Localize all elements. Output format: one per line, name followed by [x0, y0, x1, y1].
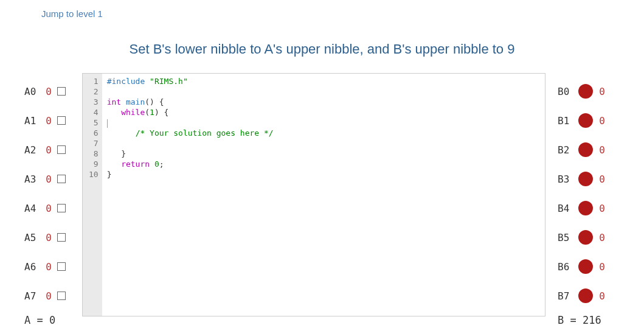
input-value: 0	[43, 144, 55, 156]
code-token: /* Your solution goes here */	[136, 128, 274, 138]
output-label: B4	[558, 203, 575, 214]
output-value: 0	[597, 144, 608, 156]
code-editor[interactable]: 1 2 3 4 5 6 7 8 9 10 #include "RIMS.h" i…	[82, 73, 545, 316]
input-value: 0	[43, 232, 55, 243]
line-number: 2	[89, 86, 99, 97]
input-label: A1	[24, 115, 43, 127]
output-label: B3	[558, 173, 575, 185]
output-row-b3: B3 0	[558, 164, 620, 194]
led-icon	[578, 201, 593, 215]
input-checkbox-a6[interactable]	[57, 262, 66, 271]
jump-label: Jump to level 1	[41, 9, 103, 19]
output-label: B6	[558, 261, 575, 273]
output-value: 0	[597, 115, 608, 127]
output-label: B0	[558, 86, 575, 97]
jump-to-level-link[interactable]: Jump to level 1	[41, 9, 103, 19]
output-row-b6: B6 0	[558, 252, 620, 281]
input-value: 0	[43, 261, 55, 273]
inputs-total: A = 0	[24, 314, 82, 325]
outputs-total: B = 216	[558, 314, 620, 325]
output-value: 0	[597, 86, 608, 97]
input-row-a5: A5 0	[24, 223, 82, 252]
line-number: 4	[89, 107, 99, 117]
output-label: B5	[558, 232, 575, 243]
cursor	[107, 119, 108, 128]
line-number: 1	[89, 76, 99, 86]
output-value: 0	[597, 290, 608, 302]
output-row-b1: B1 0	[558, 106, 620, 135]
code-token: 0	[154, 159, 159, 169]
input-label: A0	[24, 86, 43, 97]
inputs-column: A0 0 A1 0 A2 0 A3 0 A4 0 A5 0	[24, 73, 82, 325]
code-token: main	[126, 97, 145, 107]
input-value: 0	[43, 203, 55, 214]
input-row-a3: A3 0	[24, 164, 82, 194]
led-icon	[578, 230, 593, 245]
input-label: A5	[24, 232, 43, 243]
output-row-b0: B0 0	[558, 77, 620, 106]
line-number: 10	[89, 169, 99, 180]
code-token: return	[121, 159, 150, 169]
line-number: 8	[89, 149, 99, 159]
code-token: #include	[107, 77, 145, 86]
input-value: 0	[43, 86, 55, 97]
output-row-b5: B5 0	[558, 223, 620, 252]
input-row-a6: A6 0	[24, 252, 82, 281]
input-checkbox-a5[interactable]	[57, 233, 66, 242]
led-icon	[578, 288, 593, 303]
output-value: 0	[597, 261, 608, 273]
led-icon	[578, 84, 593, 99]
input-label: A2	[24, 144, 43, 156]
line-number: 7	[89, 138, 99, 149]
input-label: A3	[24, 173, 43, 185]
instruction-text: Set B's lower nibble to A's upper nibble…	[0, 41, 644, 57]
code-token: "RIMS.h"	[150, 77, 188, 86]
output-row-b7: B7 0	[558, 281, 620, 310]
line-number: 5	[89, 117, 99, 128]
code-body[interactable]: #include "RIMS.h" int main() { while(1) …	[102, 74, 545, 316]
output-label: B7	[558, 290, 575, 302]
led-icon	[578, 259, 593, 274]
input-row-a0: A0 0	[24, 77, 82, 106]
input-row-a2: A2 0	[24, 135, 82, 164]
input-checkbox-a3[interactable]	[57, 175, 66, 183]
output-row-b2: B2 0	[558, 135, 620, 164]
output-row-b4: B4 0	[558, 194, 620, 223]
line-number: 9	[89, 159, 99, 169]
output-value: 0	[597, 203, 608, 214]
input-label: A6	[24, 261, 43, 273]
input-value: 0	[43, 115, 55, 127]
input-checkbox-a7[interactable]	[57, 292, 66, 300]
input-checkbox-a1[interactable]	[57, 116, 66, 125]
input-label: A7	[24, 290, 43, 302]
led-icon	[578, 113, 593, 128]
input-row-a1: A1 0	[24, 106, 82, 135]
output-value: 0	[597, 232, 608, 243]
led-icon	[578, 172, 593, 186]
code-token: while	[121, 108, 145, 117]
line-number: 3	[89, 97, 99, 107]
input-value: 0	[43, 173, 55, 185]
output-value: 0	[597, 173, 608, 185]
input-checkbox-a4[interactable]	[57, 204, 66, 212]
output-label: B1	[558, 115, 575, 127]
input-row-a4: A4 0	[24, 194, 82, 223]
line-number: 6	[89, 128, 99, 138]
code-token: 1	[150, 108, 154, 117]
input-checkbox-a2[interactable]	[57, 145, 66, 154]
led-icon	[578, 142, 593, 157]
input-label: A4	[24, 203, 43, 214]
input-row-a7: A7 0	[24, 281, 82, 310]
input-checkbox-a0[interactable]	[57, 87, 66, 96]
outputs-column: B0 0 B1 0 B2 0 B3 0 B4 0 B5 0	[553, 73, 620, 325]
main-area: A0 0 A1 0 A2 0 A3 0 A4 0 A5 0	[24, 73, 620, 325]
line-gutter: 1 2 3 4 5 6 7 8 9 10	[83, 74, 102, 316]
input-value: 0	[43, 290, 55, 302]
output-label: B2	[558, 144, 575, 156]
code-token: int	[107, 97, 121, 107]
